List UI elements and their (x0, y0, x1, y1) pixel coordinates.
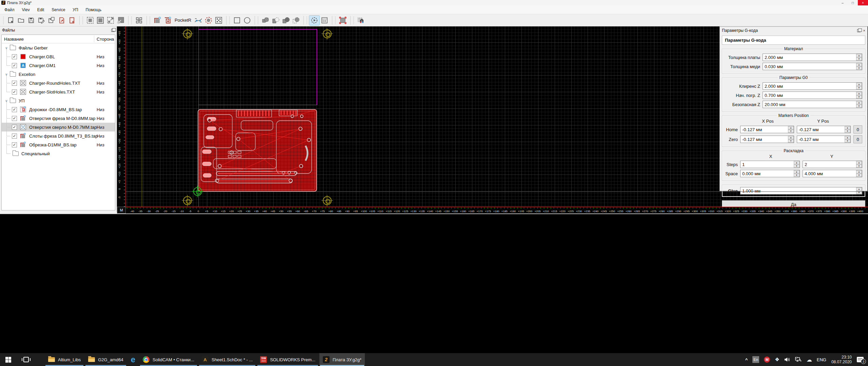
save-as-icon[interactable] (36, 16, 46, 25)
float-panel-icon[interactable] (111, 29, 115, 32)
notifications-button[interactable]: 3 (857, 357, 864, 362)
visibility-checkbox[interactable]: ✓ (12, 142, 17, 147)
tree-file-row[interactable]: ✓Charger.GBLНиз (2, 52, 115, 61)
file-side: Низ (97, 134, 104, 139)
mill-corner-icon[interactable] (152, 16, 162, 25)
tree-file-row[interactable]: ✓Отверстия фреза M-D0.8MM.tapНиз (2, 114, 115, 123)
ruler-label-x: +115 (384, 210, 393, 213)
network-icon[interactable] (795, 357, 802, 362)
tree-file-row[interactable]: ✓ACharger.GM1Низ (2, 61, 115, 70)
visibility-checkbox[interactable]: ✓ (12, 125, 17, 130)
taskbar-app-g2g-amd64[interactable]: G2G_amd64 (85, 353, 126, 366)
tree-folder[interactable]: Специальный (2, 149, 115, 158)
visibility-checkbox[interactable]: ✓ (12, 107, 17, 112)
snap-grid-icon[interactable] (356, 16, 366, 25)
taskbar-app-sheet1-schdoc-[interactable]: ASheet1.SchDoc * - ... (198, 353, 256, 366)
tree-file-row[interactable]: ✓Обрезка-D1MM_BS.tapНиз (2, 140, 115, 149)
minimize-button[interactable]: – (837, 0, 848, 5)
close-file-icon[interactable] (67, 16, 77, 25)
tree-file-row[interactable]: ✓Charger-SlotHoles.TXTНиз (2, 87, 115, 96)
visibility-checkbox[interactable]: ✓ (12, 54, 17, 59)
menu-помощь[interactable]: Помощь (82, 6, 105, 14)
gcode-run-icon[interactable] (309, 16, 319, 25)
taskbar-app-altium-libs[interactable]: Altium_Libs (45, 353, 84, 366)
taskbar-app-edge[interactable]: e (127, 353, 139, 366)
tree-file-row[interactable]: ✓Отверстия сверло M-D0.7MM.tapНиз (2, 123, 115, 131)
ruler-label-y: +20 (118, 155, 121, 160)
file-side: Низ (97, 54, 104, 59)
markers-icon[interactable] (338, 16, 348, 25)
visibility-checkbox[interactable]: ✓ (12, 134, 17, 139)
units-button[interactable]: M (117, 207, 126, 214)
dropbox-icon[interactable]: ❖ (775, 357, 779, 363)
tree-folder[interactable]: ∨Файлы Gerber (2, 43, 115, 52)
corner-marker-target[interactable] (183, 29, 192, 38)
corner-marker-target[interactable] (183, 196, 192, 205)
save-copy-icon[interactable] (46, 16, 57, 25)
menu-файл[interactable]: Файл (1, 6, 18, 14)
ruler-label-y: +70 (118, 72, 121, 77)
tree-folder[interactable]: ∨УП (2, 96, 115, 105)
pocket-spiral-icon[interactable] (162, 16, 173, 25)
zoom-extents-icon[interactable] (105, 16, 116, 25)
tree-file-row[interactable]: ✓Charger-RoundHoles.TXTНиз (2, 79, 115, 87)
bool-subtract-icon[interactable] (271, 16, 281, 25)
clock[interactable]: 23:1008.07.2020 (831, 355, 852, 364)
taskbar-app-solidcam-станки-[interactable]: SolidCAM • Станки... (139, 353, 198, 366)
gcode-form-icon[interactable] (319, 16, 330, 25)
visibility-checkbox[interactable]: ✓ (12, 81, 17, 86)
mega-icon[interactable]: M (764, 357, 770, 363)
hidden-icons-button[interactable]: ^ (745, 357, 748, 362)
bool-union-icon[interactable] (260, 16, 271, 25)
column-name: Название (4, 37, 24, 42)
shape-square-icon[interactable] (232, 16, 242, 25)
tree-file-row[interactable]: ✓Дорожки -D0.8MM_BS.tapНиз (2, 105, 115, 114)
zoom-fit-icon[interactable] (85, 16, 95, 25)
menu-уп[interactable]: УП (69, 6, 82, 14)
menu-viev[interactable]: Viev (18, 6, 34, 14)
open-folder-icon[interactable] (16, 16, 26, 25)
ruler-label-x: +125 (401, 210, 409, 213)
visibility-checkbox[interactable]: ✓ (12, 116, 17, 121)
corner-marker-target[interactable] (323, 196, 332, 205)
ruler-label-x: +320 (724, 210, 732, 213)
volume-icon[interactable] (784, 357, 790, 362)
maximize-button[interactable]: □ (848, 0, 858, 5)
pcb-canvas[interactable]: +95+90+85+80+75+70+65+60+55+50+45+40+35+… (117, 26, 868, 214)
new-file-icon[interactable] (6, 16, 16, 25)
zoom-window-icon[interactable] (116, 16, 126, 25)
corner-marker-target[interactable] (323, 29, 332, 38)
bool-clip-icon[interactable] (291, 16, 301, 25)
zoom-selection-icon[interactable] (95, 16, 105, 25)
taskbar-app-плата-зу-g2g-[interactable]: 2Плата ЗУ.g2g* (319, 353, 365, 366)
import-file-icon[interactable] (57, 16, 67, 25)
taskbar-app-solidworks-prem-[interactable]: SW2020SOLIDWORKS Prem... (257, 353, 319, 366)
menu-edit[interactable]: Edit (34, 6, 48, 14)
save-icon[interactable] (26, 16, 36, 25)
onedrive-icon[interactable]: ☁ (807, 357, 812, 363)
menu-service[interactable]: Service (48, 6, 69, 14)
drill-circle-icon[interactable] (203, 16, 214, 25)
drill-points-icon[interactable] (214, 16, 224, 25)
task-view-button[interactable] (16, 353, 36, 366)
tree-file-row[interactable]: ✓Слоты фреза D0.8MM_T3_BS.tapНиз (2, 131, 115, 140)
toolbar-group (130, 14, 145, 26)
start-button[interactable] (0, 353, 16, 366)
language-button[interactable]: ENG (817, 357, 826, 362)
lang-en-indicator[interactable]: En (752, 356, 759, 363)
ruler-label-x: +270 (641, 210, 649, 213)
ruler-label-y: +35 (118, 130, 121, 135)
shape-circle-icon[interactable] (242, 16, 252, 25)
path-optimize-icon[interactable] (193, 16, 203, 25)
ruler-label-x: +85 (335, 210, 343, 213)
visibility-checkbox[interactable]: ✓ (12, 63, 17, 68)
pocketr-button[interactable]: PocketR (173, 16, 193, 25)
tile-view-icon[interactable] (134, 16, 144, 25)
app-window: 2 Плата ЗУ.g2g* – □ × ФайлVievEditServic… (0, 0, 868, 214)
bool-intersect-icon[interactable] (281, 16, 291, 25)
close-button[interactable]: × (858, 0, 868, 5)
tree-folder[interactable]: ∨Excellon (2, 70, 115, 79)
zero-marker-target[interactable] (193, 187, 202, 196)
ruler-label-x: +215 (550, 210, 558, 213)
visibility-checkbox[interactable]: ✓ (12, 89, 17, 95)
